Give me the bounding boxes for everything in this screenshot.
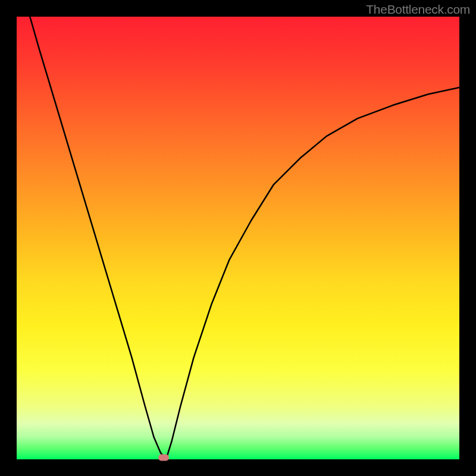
curve-layer — [17, 17, 459, 459]
minimum-marker — [158, 455, 169, 461]
bottleneck-curve — [30, 17, 459, 458]
watermark: TheBottleneck.com — [366, 2, 470, 17]
chart-frame: TheBottleneck.com — [0, 0, 476, 476]
